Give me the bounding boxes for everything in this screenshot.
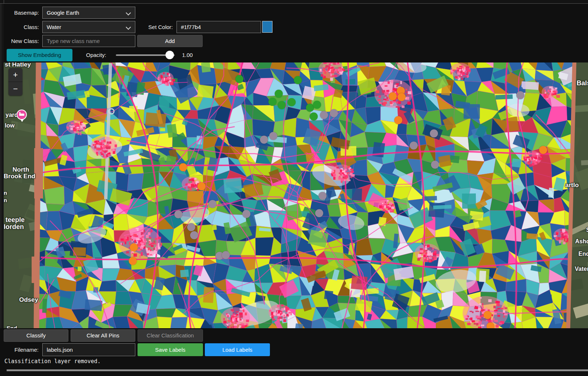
place-label: teeple: [6, 216, 25, 224]
map-pin-gray[interactable]: [516, 91, 524, 99]
status-text: Classification layer removed.: [4, 358, 101, 365]
bed-icon: [19, 114, 24, 116]
chevron-down-icon: [126, 10, 131, 15]
basemap-label: Basemap:: [4, 7, 39, 19]
place-label: st Hatley: [5, 62, 31, 68]
place-label: n: [4, 190, 7, 196]
map-pin-orange[interactable]: [539, 146, 547, 154]
window-left-edge: [0, 4, 4, 376]
place-label: Ashd: [575, 238, 588, 245]
map-pin-green[interactable]: [288, 98, 296, 106]
show-embedding-button[interactable]: Show Embedding: [7, 49, 72, 61]
place-label: Vater: [575, 266, 588, 272]
map-viewport[interactable]: st HatleyyardlowNorthBrook Endnnteeplelo…: [4, 62, 588, 328]
save-labels-button[interactable]: Save Labels: [138, 343, 203, 356]
place-label: lorden: [4, 223, 24, 231]
map-pin-gray[interactable]: [222, 251, 230, 259]
class-selected-value: Water: [47, 24, 61, 30]
set-color-label: Set Color:: [140, 21, 173, 33]
lodging-marker-icon[interactable]: [17, 110, 27, 120]
new-class-input[interactable]: Type new class name: [42, 35, 135, 47]
opacity-label: Opacity:: [75, 49, 106, 61]
opacity-slider-thumb[interactable]: [165, 51, 174, 59]
map-pin-gray[interactable]: [260, 136, 268, 144]
map-pin-gray[interactable]: [320, 111, 328, 119]
basemap-selected-value: Google Earth: [47, 10, 79, 16]
load-labels-button[interactable]: Load Labels: [205, 343, 270, 356]
map-pin-gray[interactable]: [315, 209, 323, 217]
map-pin-gray[interactable]: [209, 200, 217, 208]
opacity-value: 1.00: [182, 49, 200, 61]
map-pin-orange[interactable]: [398, 93, 406, 101]
map-pin-gray[interactable]: [431, 161, 439, 169]
place-label: artlo: [565, 182, 579, 189]
embedding-overlay-layer: [4, 62, 588, 328]
place-label: yard: [6, 112, 18, 118]
place-label: End: [578, 251, 588, 257]
map-pin-gray[interactable]: [187, 223, 195, 231]
add-class-button[interactable]: Add: [137, 35, 203, 47]
new-class-placeholder: Type new class name: [47, 38, 100, 44]
window-edge-line: [1, 4, 1, 376]
filename-label: Filename:: [0, 344, 39, 356]
place-label: n: [4, 197, 7, 203]
app-window: Basemap: Google Earth Class: Water Set C…: [0, 0, 588, 376]
filename-input[interactable]: labels.json: [42, 343, 135, 356]
title-bar: [0, 0, 588, 4]
map-pin-orange[interactable]: [130, 243, 138, 251]
map-pin-orange[interactable]: [394, 116, 402, 124]
color-swatch[interactable]: [262, 21, 272, 33]
map-pin-green[interactable]: [268, 98, 277, 106]
place-label: Odsey: [19, 296, 38, 304]
place-label: North: [13, 166, 29, 173]
chevron-down-icon: [126, 25, 131, 30]
zoom-in-button[interactable]: +: [8, 68, 22, 82]
map-pin-green[interactable]: [313, 101, 321, 109]
color-input[interactable]: #1f77b4: [177, 21, 261, 33]
map-pin-gray[interactable]: [410, 142, 418, 150]
map-pin-gray[interactable]: [190, 231, 198, 239]
basemap-select[interactable]: Google Earth: [42, 7, 135, 19]
map-pin-orange[interactable]: [179, 163, 187, 171]
zoom-out-button[interactable]: −: [8, 82, 22, 96]
map-pin-green[interactable]: [294, 76, 302, 84]
new-class-label: New Class:: [4, 35, 39, 47]
map-canvas: [4, 62, 588, 328]
map-pin-gray[interactable]: [242, 210, 250, 218]
map-pin-orange[interactable]: [389, 92, 397, 100]
clear-all-pins-button[interactable]: Clear All Pins: [71, 329, 135, 342]
map-pin-gray[interactable]: [269, 132, 277, 140]
horizontal-scrollbar[interactable]: [7, 369, 588, 371]
map-pin-gray[interactable]: [318, 192, 327, 200]
place-label: Brook End: [4, 173, 35, 180]
map-pin-green[interactable]: [310, 112, 318, 121]
place-label: S: [586, 227, 588, 233]
map-pin-orange[interactable]: [129, 257, 137, 265]
map-pin-gray[interactable]: [430, 129, 438, 137]
bottom-panel: Classify Clear All Pins Clear Classifica…: [0, 328, 588, 376]
place-label: Bals: [577, 79, 588, 87]
clear-classification-button[interactable]: Clear Classification: [138, 329, 203, 342]
classify-button[interactable]: Classify: [4, 329, 68, 342]
title-bar-notch: [4, 0, 4, 3]
map-pin-orange[interactable]: [484, 311, 492, 319]
map-pin-orange[interactable]: [197, 182, 206, 190]
top-toolbar: Basemap: Google Earth Class: Water Set C…: [4, 4, 588, 62]
map-pin-green[interactable]: [235, 75, 243, 83]
map-pin-green[interactable]: [275, 90, 283, 98]
place-label: low: [5, 122, 15, 129]
class-select[interactable]: Water: [42, 21, 135, 33]
place-label: End: [7, 325, 17, 328]
map-zoom-control: + −: [8, 68, 22, 96]
map-pin-green[interactable]: [278, 101, 286, 109]
map-pin-orange[interactable]: [487, 322, 495, 328]
map-pin-gray[interactable]: [174, 210, 182, 218]
map-pin-gray[interactable]: [330, 109, 338, 117]
class-label: Class:: [4, 21, 39, 33]
